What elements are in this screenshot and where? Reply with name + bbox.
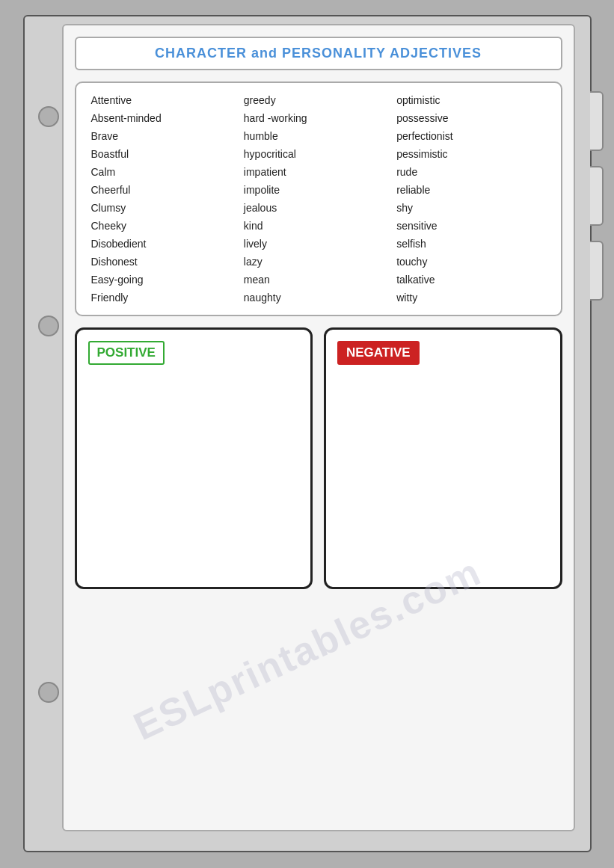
adj-word: naughty xyxy=(244,292,393,304)
adjectives-box: AttentivegreedyoptimisticAbsent-mindedha… xyxy=(75,81,562,316)
adj-word: jealous xyxy=(244,202,393,214)
tab-3 xyxy=(590,241,604,301)
page-container: CHARACTER and PERSONALITY ADJECTIVES Att… xyxy=(23,15,592,852)
bottom-section: POSITIVE NEGATIVE xyxy=(75,327,562,589)
adj-word: lazy xyxy=(244,256,393,268)
adj-word: impatient xyxy=(244,166,393,178)
adj-word: optimistic xyxy=(396,94,545,106)
adj-word: humble xyxy=(244,130,393,142)
adjectives-grid: AttentivegreedyoptimisticAbsent-mindedha… xyxy=(91,94,546,304)
adj-word: perfectionist xyxy=(396,130,545,142)
adj-word: mean xyxy=(244,274,393,286)
adj-word: Clumsy xyxy=(91,202,240,214)
adj-word: Absent-minded xyxy=(91,112,240,124)
positive-label: POSITIVE xyxy=(88,341,165,365)
adj-word: sensitive xyxy=(396,220,545,232)
negative-label: NEGATIVE xyxy=(337,341,420,365)
adj-word: Friendly xyxy=(91,292,240,304)
adj-word: lively xyxy=(244,238,393,250)
binder-hole-2 xyxy=(38,316,59,336)
adj-word: impolite xyxy=(244,184,393,196)
page-title: CHARACTER and PERSONALITY ADJECTIVES xyxy=(155,46,482,61)
adj-word: possessive xyxy=(396,112,545,124)
adj-word: Disobedient xyxy=(91,238,240,250)
adj-word: hard -working xyxy=(244,112,393,124)
adj-word: Cheerful xyxy=(91,184,240,196)
adj-word: reliable xyxy=(396,184,545,196)
tab-2 xyxy=(590,166,604,226)
adj-word: shy xyxy=(396,202,545,214)
inner-page: CHARACTER and PERSONALITY ADJECTIVES Att… xyxy=(62,24,575,831)
adj-word: kind xyxy=(244,220,393,232)
adj-word: Calm xyxy=(91,166,240,178)
positive-box: POSITIVE xyxy=(75,327,313,589)
adj-word: witty xyxy=(396,292,545,304)
binder-hole-3 xyxy=(38,682,59,703)
title-box: CHARACTER and PERSONALITY ADJECTIVES xyxy=(75,37,562,70)
adj-word: rude xyxy=(396,166,545,178)
adj-word: Boastful xyxy=(91,148,240,160)
adj-word: Brave xyxy=(91,130,240,142)
adj-word: pessimistic xyxy=(396,148,545,160)
adj-word: greedy xyxy=(244,94,393,106)
adj-word: Easy-going xyxy=(91,274,240,286)
adj-word: talkative xyxy=(396,274,545,286)
binder-hole-1 xyxy=(38,106,59,127)
tab-1 xyxy=(590,91,604,151)
adj-word: Dishonest xyxy=(91,256,240,268)
negative-box: NEGATIVE xyxy=(324,327,562,589)
adj-word: touchy xyxy=(396,256,545,268)
adj-word: Attentive xyxy=(91,94,240,106)
adj-word: Cheeky xyxy=(91,220,240,232)
adj-word: hypocritical xyxy=(244,148,393,160)
adj-word: selfish xyxy=(396,238,545,250)
